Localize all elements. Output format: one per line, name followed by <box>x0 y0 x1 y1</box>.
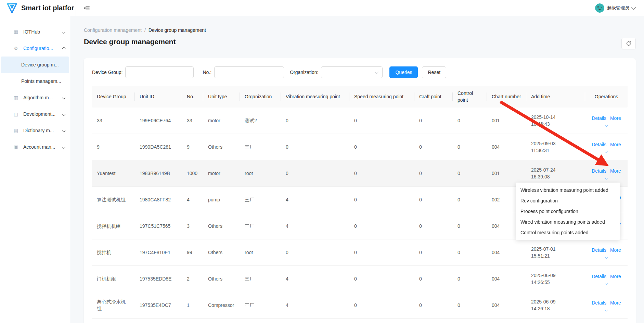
menu-fold-icon[interactable] <box>83 5 90 11</box>
sidebar-item-label: Account man... <box>23 144 61 150</box>
cell-organization: root <box>240 246 281 259</box>
details-link[interactable]: Details <box>592 299 606 306</box>
cell-no: 4 <box>182 194 203 206</box>
expand-chevron-icon[interactable] <box>605 150 608 153</box>
more-link[interactable]: More <box>610 247 621 253</box>
sidebar-item[interactable]: ▥ Algorithm m... <box>0 89 70 106</box>
col-unit-id: Unit ID <box>135 86 182 108</box>
top-header: Smart iot platfor 超级管理员 <box>0 0 644 16</box>
sidebar-item[interactable]: ◫ Development... <box>0 106 70 122</box>
cell-unit-type: pump <box>203 194 240 206</box>
cell-device-group: 搅拌机 <box>92 246 135 259</box>
cell-no: 1 <box>182 299 203 311</box>
cell-craft: 0 <box>414 194 453 206</box>
cell-organization: 三厂 <box>240 299 281 311</box>
organization-select[interactable] <box>321 66 383 78</box>
sidebar-item[interactable]: Points managem... <box>0 73 70 89</box>
more-link[interactable]: More <box>610 299 621 306</box>
reset-button[interactable]: Reset <box>422 66 446 78</box>
details-link[interactable]: Details <box>592 115 606 122</box>
sidebar-item[interactable]: ▤ Dictionary m... <box>0 122 70 139</box>
sidebar-item[interactable]: Device group m... <box>1 57 69 73</box>
cell-speed: 0 <box>349 246 414 259</box>
sidebar-item[interactable]: ▦ IOTHub <box>0 24 70 40</box>
dropdown-menu-item[interactable]: Rev configuration <box>516 195 620 206</box>
cell-craft: 0 <box>414 114 453 127</box>
sidebar-item[interactable]: ⚙ Configuratio... <box>0 40 70 57</box>
expand-chevron-icon[interactable] <box>605 282 608 285</box>
cell-device-group: 算法测试机组 <box>92 194 135 206</box>
cell-vibration: 4 <box>281 299 349 311</box>
cell-speed: 0 <box>349 167 414 179</box>
details-link[interactable]: Details <box>592 273 606 280</box>
cell-operations: Details More <box>585 165 628 182</box>
cell-control: 0 <box>453 194 487 206</box>
device-group-input[interactable] <box>125 66 194 78</box>
cell-unit-type: Others <box>203 220 240 232</box>
details-link[interactable]: Details <box>592 167 606 174</box>
cell-vibration: 4 <box>281 194 349 206</box>
sidebar-item[interactable]: ▣ Account man... <box>0 139 70 155</box>
cell-operations: Details More <box>585 138 628 155</box>
expand-chevron-icon[interactable] <box>605 256 608 258</box>
expand-chevron-icon[interactable] <box>605 308 608 311</box>
col-no: No. <box>182 86 203 108</box>
user-menu[interactable]: 超级管理员 <box>595 3 644 13</box>
cell-unit-id: 197C4F810E1 <box>135 246 182 259</box>
chevron-icon <box>62 30 66 34</box>
chevron-icon <box>62 129 66 132</box>
refresh-icon <box>626 41 631 46</box>
cell-vibration: 0 <box>281 167 349 179</box>
dropdown-menu-item[interactable]: Wired vibration measuring points added <box>516 216 620 227</box>
device-group-label: Device Group: <box>92 70 123 75</box>
cell-device-group: 门机机组 <box>92 273 135 285</box>
details-link[interactable]: Details <box>592 247 606 253</box>
chevron-icon <box>62 96 66 99</box>
cell-control: 0 <box>453 141 487 153</box>
dropdown-menu-item[interactable]: Process point configuration <box>516 206 620 216</box>
cell-unit-id: 197C51C7565 <box>135 220 182 232</box>
configuration-icon: ⚙ <box>13 46 19 51</box>
cell-no: 1000 <box>182 167 203 179</box>
refresh-button[interactable] <box>621 38 636 49</box>
cell-speed: 0 <box>349 273 414 285</box>
dropdown-menu-item[interactable]: Wireless vibration measuring point added <box>516 185 620 195</box>
cell-organization: 三厂 <box>240 141 281 153</box>
cell-operations: Details More <box>585 270 628 287</box>
cell-no: 99 <box>182 246 203 259</box>
col-vibration: Vibration measuring point <box>281 86 349 108</box>
more-link[interactable]: More <box>610 115 621 122</box>
more-link[interactable]: More <box>610 273 621 280</box>
cell-unit-id: 197535EDD8E <box>135 273 182 285</box>
cell-unit-id: 1983B96149B <box>135 167 182 179</box>
dropdown-menu-item[interactable]: Control measuring points added <box>516 227 620 238</box>
cell-unit-type: Others <box>203 246 240 259</box>
cell-unit-id: 1980CA8FF82 <box>135 194 182 206</box>
cell-unit-type: Compressor <box>203 299 240 311</box>
sidebar-item-label: Dictionary m... <box>23 128 61 133</box>
col-add-time: Add time <box>526 86 585 108</box>
col-craft: Craft point <box>414 86 453 108</box>
cell-operations: Details More <box>585 244 628 261</box>
breadcrumb-parent[interactable]: Configuration management <box>84 27 142 33</box>
chevron-down-icon <box>631 5 636 10</box>
queries-button[interactable]: Queries <box>389 66 418 78</box>
expand-chevron-icon[interactable] <box>605 124 608 126</box>
more-dropdown-menu: Wireless vibration measuring point added… <box>516 183 620 240</box>
cell-chart-number: 004 <box>487 141 526 153</box>
cell-vibration: 0 <box>281 141 349 153</box>
cell-vibration: 4 <box>281 273 349 285</box>
user-name: 超级管理员 <box>607 5 629 11</box>
expand-chevron-icon[interactable] <box>605 176 608 179</box>
more-link[interactable]: More <box>610 141 621 148</box>
cell-control: 0 <box>453 299 487 311</box>
no-input[interactable] <box>214 66 284 78</box>
more-link[interactable]: More <box>610 167 621 174</box>
cell-craft: 0 <box>414 141 453 153</box>
cell-craft: 0 <box>414 167 453 179</box>
app-title: Smart iot platfor <box>21 4 74 12</box>
details-link[interactable]: Details <box>592 141 606 148</box>
app-logo-icon <box>6 2 18 14</box>
cell-device-group: 离心式冷水机组 <box>92 296 135 315</box>
cell-organization: 三厂 <box>240 194 281 206</box>
